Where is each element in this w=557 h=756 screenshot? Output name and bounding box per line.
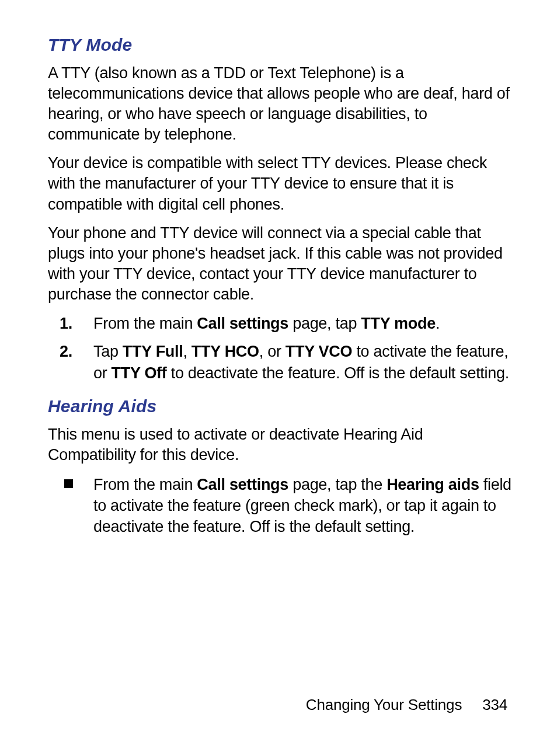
ordered-steps: From the main Call settings page, tap TT… bbox=[48, 313, 513, 384]
footer-chapter: Changing Your Settings bbox=[306, 696, 462, 713]
square-bullet-icon bbox=[64, 479, 73, 488]
paragraph: Your phone and TTY device will connect v… bbox=[48, 223, 513, 305]
paragraph: Your device is compatible with select TT… bbox=[48, 153, 513, 214]
page-footer: Changing Your Settings 334 bbox=[306, 696, 507, 714]
paragraph: This menu is used to activate or deactiv… bbox=[48, 424, 513, 465]
section-heading: TTY Mode bbox=[48, 35, 513, 55]
footer-page-number: 334 bbox=[482, 696, 507, 714]
section-heading: Hearing Aids bbox=[48, 396, 513, 416]
bullet-text: From the main Call settings page, tap th… bbox=[93, 476, 511, 536]
paragraph: A TTY (also known as a TDD or Text Telep… bbox=[48, 63, 513, 145]
bullet-item: From the main Call settings page, tap th… bbox=[48, 474, 513, 538]
document-page: TTY Mode A TTY (also known as a TDD or T… bbox=[0, 0, 557, 756]
step-item: Tap TTY Full, TTY HCO, or TTY VCO to act… bbox=[48, 341, 513, 384]
step-item: From the main Call settings page, tap TT… bbox=[48, 313, 513, 334]
bullet-list: From the main Call settings page, tap th… bbox=[48, 474, 513, 538]
